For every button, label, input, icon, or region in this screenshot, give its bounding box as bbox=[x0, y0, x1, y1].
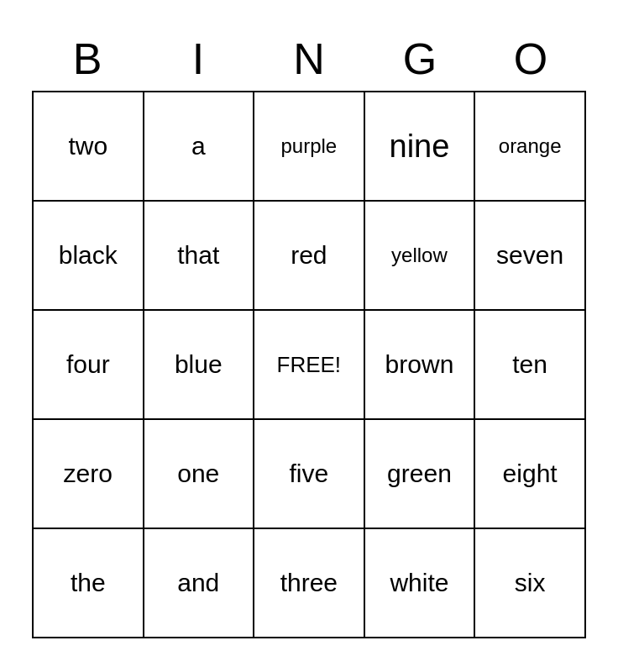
table-row: zeroonefivegreeneight bbox=[33, 419, 585, 528]
table-row: theandthreewhitesix bbox=[33, 528, 585, 638]
header-g: G bbox=[364, 34, 475, 84]
grid-cell[interactable]: six bbox=[474, 528, 585, 638]
header-o: O bbox=[475, 34, 586, 84]
grid-cell[interactable]: black bbox=[33, 201, 144, 310]
grid-cell[interactable]: and bbox=[144, 528, 254, 638]
header-b: B bbox=[32, 34, 143, 84]
grid-cell[interactable]: seven bbox=[474, 201, 585, 310]
grid-cell[interactable]: orange bbox=[474, 92, 585, 201]
grid-cell[interactable]: a bbox=[144, 92, 254, 201]
bingo-header: B I N G O bbox=[32, 34, 586, 84]
table-row: blackthatredyellowseven bbox=[33, 201, 585, 310]
grid-cell[interactable]: FREE! bbox=[254, 310, 364, 419]
grid-cell[interactable]: blue bbox=[144, 310, 254, 419]
bingo-grid: twoapurplenineorangeblackthatredyellowse… bbox=[32, 91, 586, 638]
grid-cell[interactable]: four bbox=[33, 310, 144, 419]
grid-cell[interactable]: purple bbox=[254, 92, 364, 201]
grid-cell[interactable]: ten bbox=[474, 310, 585, 419]
grid-cell[interactable]: yellow bbox=[364, 201, 475, 310]
header-i: I bbox=[143, 34, 254, 84]
grid-cell[interactable]: eight bbox=[474, 419, 585, 528]
table-row: twoapurplenineorange bbox=[33, 92, 585, 201]
grid-cell[interactable]: nine bbox=[364, 92, 475, 201]
grid-cell[interactable]: zero bbox=[33, 419, 144, 528]
grid-cell[interactable]: brown bbox=[364, 310, 475, 419]
grid-cell[interactable]: three bbox=[254, 528, 364, 638]
grid-cell[interactable]: red bbox=[254, 201, 364, 310]
grid-cell[interactable]: one bbox=[144, 419, 254, 528]
grid-cell[interactable]: the bbox=[33, 528, 144, 638]
header-n: N bbox=[254, 34, 364, 84]
grid-cell[interactable]: that bbox=[144, 201, 254, 310]
table-row: fourblueFREE!brownten bbox=[33, 310, 585, 419]
bingo-card: B I N G O twoapurplenineorangeblackthatr… bbox=[15, 17, 603, 655]
grid-cell[interactable]: green bbox=[364, 419, 475, 528]
grid-cell[interactable]: two bbox=[33, 92, 144, 201]
grid-cell[interactable]: white bbox=[364, 528, 475, 638]
grid-cell[interactable]: five bbox=[254, 419, 364, 528]
